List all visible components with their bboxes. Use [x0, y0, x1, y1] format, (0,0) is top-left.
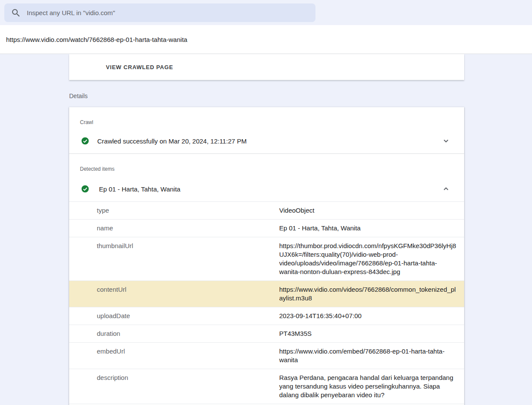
property-row: uploadDate 2023-09-14T16:35:40+07:00 — [69, 307, 464, 325]
property-key: uploadDate — [69, 312, 279, 320]
property-key: contentUrl — [69, 285, 279, 303]
property-value: https://thumbor.prod.vidiocdn.com/nfpysK… — [279, 242, 456, 276]
property-row: thumbnailUrl https://thumbor.prod.vidioc… — [69, 237, 464, 281]
chevron-up-icon[interactable] — [441, 184, 451, 194]
section-divider — [69, 153, 464, 154]
property-row: duration PT43M35S — [69, 325, 464, 343]
inspected-url: https://www.vidio.com/watch/7662868-ep-0… — [6, 36, 187, 43]
property-row: type VideoObject — [69, 202, 464, 220]
property-value: https://www.vidio.com/embed/7662868-ep-0… — [279, 347, 456, 364]
property-row: name Ep 01 - Harta, Tahta, Wanita — [69, 220, 464, 237]
property-value: Rasya Perdana, pengacara handal dari kel… — [279, 373, 456, 399]
property-key: thumbnailUrl — [69, 242, 279, 276]
success-check-icon — [81, 185, 89, 193]
property-row: description Rasya Perdana, pengacara han… — [69, 369, 464, 404]
property-key: duration — [69, 329, 279, 338]
property-key: embedUrl — [69, 347, 279, 364]
crawl-status-row[interactable]: Crawled successfully on Mar 20, 2024, 12… — [69, 131, 464, 151]
property-value: https://www.vidio.com/videos/7662868/com… — [279, 285, 456, 303]
view-crawled-page-button[interactable]: VIEW CRAWLED PAGE — [106, 64, 173, 70]
success-check-icon — [81, 137, 89, 145]
property-value: PT43M35S — [279, 329, 456, 338]
detected-items-label: Detected items — [80, 166, 115, 172]
chevron-down-icon[interactable] — [441, 136, 451, 146]
property-row: contentUrl https://www.vidio.com/videos/… — [69, 281, 464, 307]
crawl-status-text: Crawled successfully on Mar 20, 2024, 12… — [97, 137, 433, 145]
property-key: type — [69, 206, 279, 215]
details-heading: Details — [69, 92, 88, 99]
property-key: description — [69, 373, 279, 399]
crawl-section-label: Crawl — [80, 119, 93, 125]
properties-table: type VideoObject name Ep 01 - Harta, Tah… — [69, 201, 464, 404]
property-row: embedUrl https://www.vidio.com/embed/766… — [69, 343, 464, 369]
url-inspection-search[interactable] — [4, 3, 315, 22]
property-key: name — [69, 224, 279, 233]
search-icon — [11, 8, 21, 18]
inspected-url-bar: https://www.vidio.com/watch/7662868-ep-0… — [0, 25, 532, 54]
detected-item-title: Ep 01 - Harta, Tahta, Wanita — [99, 185, 431, 193]
crawled-page-card: VIEW CRAWLED PAGE — [69, 54, 464, 80]
property-value: Ep 01 - Harta, Tahta, Wanita — [279, 224, 456, 233]
details-card: Crawl Crawled successfully on Mar 20, 20… — [69, 107, 464, 405]
property-value: VideoObject — [279, 206, 456, 215]
property-value: 2023-09-14T16:35:40+07:00 — [279, 312, 456, 320]
detected-item-row[interactable]: Ep 01 - Harta, Tahta, Wanita — [69, 176, 464, 201]
url-inspection-input[interactable] — [27, 9, 309, 16]
